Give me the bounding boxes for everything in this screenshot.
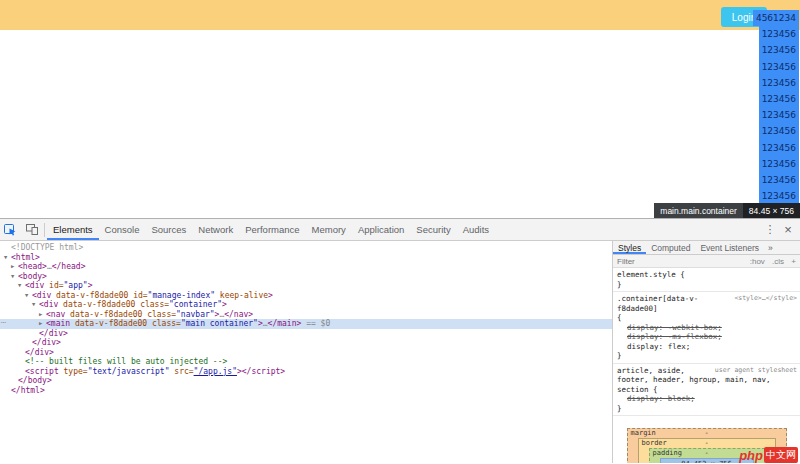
border-top-value[interactable]: - — [704, 439, 708, 447]
php-watermark: php中文网 — [739, 447, 798, 463]
disclosure-arrow-icon[interactable]: ▶ — [39, 310, 46, 320]
selected-text-line: 123456 — [759, 107, 799, 123]
margin-label: margin — [631, 429, 656, 438]
css-rule: <style>…</style>.container[data-v-f8dade… — [613, 292, 800, 364]
styles-filter-bar: :hov .cls + — [613, 255, 800, 268]
overflow-tabs-icon[interactable]: » — [764, 241, 777, 254]
dom-node[interactable]: <!DOCTYPE html> — [0, 243, 612, 253]
selected-text-line: 123456 — [759, 156, 799, 172]
disclosure-arrow-icon[interactable]: ▶ — [11, 262, 18, 272]
devtools-tab-console[interactable]: Console — [99, 219, 146, 240]
padding-label: padding — [653, 449, 683, 458]
dom-node[interactable]: ▼<div data-v-f8dade00 id="manage-index" … — [0, 291, 612, 301]
disclosure-arrow-icon[interactable]: ▼ — [18, 281, 25, 291]
selected-text-line: 123456 — [759, 123, 799, 139]
border-label: border — [642, 439, 667, 448]
dom-node[interactable]: ▶<head>…</head> — [0, 262, 612, 272]
dom-node[interactable]: </div> — [0, 329, 612, 339]
dom-node[interactable]: <script type="text/javascript" src="/app… — [0, 367, 612, 377]
margin-top-value[interactable]: - — [704, 429, 708, 437]
page-header: Login — [0, 0, 800, 30]
disclosure-arrow-icon[interactable]: ▶ — [39, 319, 46, 329]
padding-top-value[interactable]: - — [704, 449, 708, 457]
inspect-tooltip-selector: main.main.container — [654, 203, 743, 218]
dom-node[interactable]: ▼<html> — [0, 253, 612, 263]
padding-left-value[interactable]: - — [650, 458, 660, 463]
dom-node-selected[interactable]: ⋯▶<main data-v-f8dade00 class="main cont… — [0, 319, 612, 329]
selected-text-line: 123456 — [759, 75, 799, 91]
rule-selector[interactable]: .container[data-v-f8dade00] — [617, 294, 698, 313]
disclosure-arrow-icon[interactable]: ▼ — [25, 291, 32, 301]
rule-selector[interactable]: element.style { — [617, 270, 685, 279]
css-rules: element.style {}<style>…</style>.contain… — [613, 268, 800, 416]
css-rule: user agent stylesheetarticle, aside, foo… — [613, 364, 800, 417]
selected-text-line: 4561234 — [753, 10, 799, 26]
devtools-tab-network[interactable]: Network — [192, 219, 239, 240]
dom-node[interactable]: </div> — [0, 338, 612, 348]
styles-tab-computed[interactable]: Computed — [646, 241, 695, 254]
disclosure-arrow-icon[interactable]: ▼ — [4, 253, 11, 263]
dom-node[interactable]: <!-- built files will be auto injected -… — [0, 357, 612, 367]
styles-filter-actions: :hov .cls + — [745, 257, 796, 266]
styles-tabs-list: StylesComputedEvent Listeners — [613, 241, 764, 254]
new-style-rule-button[interactable]: + — [791, 257, 796, 266]
inspect-tooltip: main.main.container 84.45 × 756 — [654, 203, 800, 218]
close-devtools-icon[interactable]: × — [779, 219, 797, 240]
elements-panel: <!DOCTYPE html>▼<html>▶<head>…</head>▼<b… — [0, 241, 613, 463]
disclosure-arrow-icon[interactable]: ▼ — [32, 300, 39, 310]
devtools-toolbar: ElementsConsoleSourcesNetworkPerformance… — [0, 219, 800, 241]
border-left-value[interactable]: - — [639, 448, 649, 463]
selected-text-line: 123456 — [759, 140, 799, 156]
devtools-tab-security[interactable]: Security — [410, 219, 456, 240]
inspect-element-icon[interactable] — [0, 219, 21, 240]
css-property[interactable]: display: flex; — [617, 342, 797, 352]
styles-tab-event-listeners[interactable]: Event Listeners — [695, 241, 764, 254]
devtools-tab-performance[interactable]: Performance — [239, 219, 305, 240]
styles-sidebar: StylesComputedEvent Listeners » :hov .cl… — [613, 241, 800, 463]
selected-text-column: 4561234123456123456123456123456123456123… — [753, 10, 799, 204]
devtools-tab-application[interactable]: Application — [352, 219, 410, 240]
devtools-tab-sources[interactable]: Sources — [145, 219, 192, 240]
node-menu-icon[interactable]: ⋯ — [1, 318, 6, 328]
dom-node[interactable]: ▼<div data-v-f8dade00 class="container"> — [0, 300, 612, 310]
css-property[interactable]: display: -webkit-box; — [617, 323, 797, 333]
css-property[interactable]: display: block; — [617, 394, 797, 404]
watermark-suffix: 中文网 — [764, 447, 798, 463]
selected-text-line: 123456 — [759, 26, 799, 42]
selected-text-line: 123456 — [759, 42, 799, 58]
page-viewport: Login 4561234123456123456123456123456123… — [0, 0, 800, 218]
css-property[interactable]: display: -ms-flexbox; — [617, 332, 797, 342]
more-options-icon[interactable]: ⋮ — [761, 219, 779, 240]
rule-source-link[interactable]: <style>…</style> — [734, 294, 797, 304]
dom-node[interactable]: ▶<nav data-v-f8dade00 class="navbar">…</… — [0, 310, 612, 320]
styles-filter-input[interactable] — [617, 257, 687, 266]
devtools-tab-memory[interactable]: Memory — [306, 219, 352, 240]
device-toolbar-icon[interactable] — [21, 219, 42, 240]
css-rule: element.style {} — [613, 268, 800, 292]
devtools-tab-elements[interactable]: Elements — [47, 219, 99, 240]
toolbar-separator — [44, 223, 45, 237]
dom-node[interactable]: </div> — [0, 348, 612, 358]
selected-text-line: 123456 — [759, 59, 799, 75]
inspect-tooltip-size: 84.45 × 756 — [743, 203, 800, 218]
dom-node[interactable]: </body> — [0, 376, 612, 386]
devtools-tab-audits[interactable]: Audits — [457, 219, 495, 240]
disclosure-arrow-icon[interactable]: ▼ — [11, 272, 18, 282]
devtools-body: <!DOCTYPE html>▼<html>▶<head>…</head>▼<b… — [0, 241, 800, 463]
dom-node[interactable]: ▼<div id="app"> — [0, 281, 612, 291]
selected-text-line: 123456 — [759, 172, 799, 188]
styles-tab-styles[interactable]: Styles — [613, 241, 646, 254]
dom-tree: <!DOCTYPE html>▼<html>▶<head>…</head>▼<b… — [0, 241, 612, 395]
selected-text-line: 123456 — [759, 91, 799, 107]
devtools-tabs: ElementsConsoleSourcesNetworkPerformance… — [47, 219, 495, 240]
dom-node[interactable]: </html> — [0, 386, 612, 396]
devtools-panel: ElementsConsoleSourcesNetworkPerformance… — [0, 218, 800, 464]
dom-node[interactable]: ▼<body> — [0, 272, 612, 282]
pseudo-state-toggle[interactable]: :hov — [750, 257, 765, 266]
selected-text-line: 123456 — [759, 188, 799, 204]
browser-window: Login 4561234123456123456123456123456123… — [0, 0, 800, 464]
element-classes-toggle[interactable]: .cls — [772, 257, 784, 266]
styles-tabs: StylesComputedEvent Listeners » — [613, 241, 800, 255]
margin-left-value[interactable]: - — [628, 438, 638, 463]
rule-source-link[interactable]: user agent stylesheet — [715, 366, 797, 376]
